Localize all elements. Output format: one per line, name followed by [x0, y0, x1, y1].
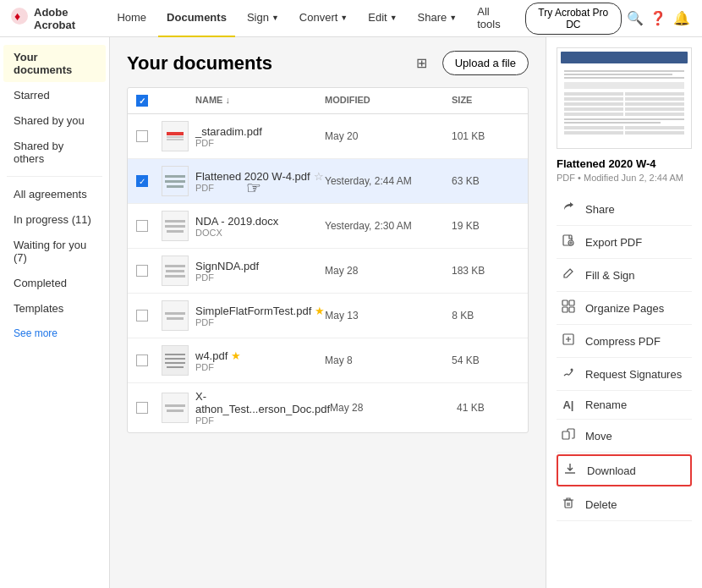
- nav-documents[interactable]: Documents: [158, 0, 235, 37]
- row-checkbox[interactable]: [136, 265, 162, 277]
- search-icon[interactable]: 🔍: [625, 7, 645, 30]
- row-checkbox[interactable]: [136, 310, 162, 321]
- file-info: w4.pdf ★ PDF: [195, 349, 325, 372]
- star-icon: ★: [315, 305, 325, 317]
- request-signatures-icon: [560, 365, 577, 382]
- star-icon: ★: [231, 349, 241, 362]
- file-type: PDF: [195, 317, 325, 327]
- table-row[interactable]: NDA - 2019.docx DOCX Yesterday, 2:30 AM …: [128, 204, 528, 249]
- action-request-signatures[interactable]: Request Signatures: [557, 358, 692, 391]
- action-fill-sign[interactable]: Fill & Sign: [557, 259, 692, 292]
- file-name: _staradim.pdf: [195, 125, 325, 138]
- try-pro-button[interactable]: Try Acrobat Pro DC: [525, 3, 622, 35]
- row-checkbox[interactable]: [136, 220, 162, 232]
- svg-rect-10: [562, 431, 569, 439]
- checkbox-icon: [136, 310, 148, 321]
- export-pdf-icon: [560, 234, 577, 250]
- svg-rect-11: [565, 500, 572, 508]
- share-label: Share: [585, 203, 615, 216]
- table-row[interactable]: SignNDA.pdf PDF May 28 183 KB: [128, 249, 528, 294]
- file-modified: May 28: [325, 265, 452, 277]
- sidebar-item-all-agreements[interactable]: All agreements: [3, 182, 106, 206]
- file-preview: [557, 47, 692, 149]
- action-export-pdf[interactable]: Export PDF: [557, 226, 692, 259]
- sidebar-item-shared-by-you[interactable]: Shared by you: [3, 108, 106, 133]
- download-icon: [562, 462, 579, 479]
- delete-label: Delete: [585, 498, 617, 511]
- nav-share[interactable]: Share ▼: [409, 0, 466, 37]
- action-rename[interactable]: A| Rename: [557, 391, 692, 420]
- table-row[interactable]: ✓ Flattened 2020 W-4.pdf ☆ PDF: [128, 159, 528, 204]
- logo-text: Adobe Acrobat: [34, 6, 96, 31]
- header-name[interactable]: NAME ↓: [195, 95, 325, 107]
- checkbox-icon: [136, 402, 148, 414]
- svg-rect-7: [569, 307, 574, 312]
- notifications-icon[interactable]: 🔔: [672, 7, 692, 30]
- fill-sign-icon: [560, 267, 577, 283]
- svg-rect-6: [562, 307, 568, 312]
- move-icon: [560, 427, 577, 444]
- svg-rect-4: [562, 300, 568, 305]
- main-layout: Your documents Starred Shared by you Sha…: [0, 37, 702, 588]
- checkbox-icon: [136, 354, 148, 366]
- convert-arrow: ▼: [340, 14, 348, 22]
- sidebar-item-completed[interactable]: Completed: [3, 271, 106, 295]
- sidebar-item-your-documents[interactable]: Your documents: [3, 45, 106, 82]
- row-checkbox[interactable]: ✓: [136, 175, 162, 187]
- panel-file-meta: PDF • Modified Jun 2, 2:44 AM: [557, 173, 692, 183]
- content-header: Your documents ⊞ Upload a file: [127, 51, 529, 75]
- table-row[interactable]: X-athon_Test...erson_Doc.pdf PDF May 28 …: [128, 383, 528, 432]
- move-label: Move: [585, 430, 612, 442]
- compress-pdf-label: Compress PDF: [585, 335, 661, 348]
- file-size: 63 KB: [452, 175, 519, 187]
- header-icons: ⊞ Upload a file: [410, 51, 529, 75]
- action-move[interactable]: Move: [557, 420, 692, 453]
- edit-arrow: ▼: [390, 14, 398, 22]
- sidebar-item-templates[interactable]: Templates: [3, 296, 106, 321]
- right-panel: Flattened 2020 W-4 PDF • Modified Jun 2,…: [546, 37, 702, 588]
- star-icon: ☆: [314, 170, 324, 183]
- organize-pages-icon: [560, 299, 577, 316]
- sidebar-item-see-more[interactable]: See more: [3, 321, 106, 345]
- organize-pages-label: Organize Pages: [585, 302, 664, 315]
- file-size: 183 KB: [452, 265, 519, 277]
- action-organize-pages[interactable]: Organize Pages: [557, 292, 692, 325]
- file-modified: May 20: [325, 130, 452, 142]
- sidebar-item-starred[interactable]: Starred: [3, 83, 106, 107]
- panel-file-name: Flattened 2020 W-4: [557, 157, 692, 170]
- checkbox-icon: [136, 220, 148, 232]
- file-type: PDF: [195, 138, 325, 148]
- nav-convert[interactable]: Convert ▼: [291, 0, 356, 37]
- action-delete[interactable]: Delete: [557, 488, 692, 521]
- sidebar-item-in-progress[interactable]: In progress (11): [3, 207, 106, 232]
- sidebar-item-waiting-for-you[interactable]: Waiting for you (7): [3, 233, 106, 270]
- sidebar: Your documents Starred Shared by you Sha…: [0, 37, 110, 588]
- upload-button[interactable]: Upload a file: [442, 51, 529, 75]
- grid-view-icon[interactable]: ⊞: [410, 52, 434, 75]
- row-checkbox[interactable]: [136, 402, 162, 414]
- header-checkbox[interactable]: ✓: [136, 95, 162, 107]
- file-modified: May 13: [325, 310, 452, 321]
- nav-all-tools[interactable]: All tools: [469, 0, 518, 37]
- action-share[interactable]: Share: [557, 193, 692, 226]
- nav-sign[interactable]: Sign ▼: [239, 0, 288, 37]
- row-checkbox[interactable]: [136, 130, 162, 142]
- help-icon[interactable]: ❓: [648, 7, 668, 30]
- main-content: Your documents ⊞ Upload a file ✓ NAME ↓ …: [110, 37, 546, 588]
- svg-point-9: [571, 369, 573, 371]
- nav-edit[interactable]: Edit ▼: [359, 0, 405, 37]
- table-row[interactable]: _staradim.pdf PDF May 20 101 KB: [128, 114, 528, 159]
- table-row[interactable]: w4.pdf ★ PDF May 8 54 KB: [128, 338, 528, 383]
- action-download[interactable]: Download: [557, 454, 692, 486]
- svg-text:♦: ♦: [14, 9, 20, 23]
- file-thumbnail: [162, 256, 195, 286]
- nav-home[interactable]: Home: [108, 0, 155, 37]
- sidebar-divider: [7, 176, 102, 177]
- file-info: SimpleFlatFormTest.pdf ★ PDF: [195, 305, 325, 327]
- sidebar-item-shared-by-others[interactable]: Shared by others: [3, 134, 106, 171]
- file-thumbnail: [162, 300, 195, 331]
- table-row[interactable]: SimpleFlatFormTest.pdf ★ PDF May 13 8 KB: [128, 294, 528, 338]
- file-name: SignNDA.pdf: [195, 260, 325, 272]
- action-compress-pdf[interactable]: Compress PDF: [557, 325, 692, 358]
- row-checkbox[interactable]: [136, 354, 162, 366]
